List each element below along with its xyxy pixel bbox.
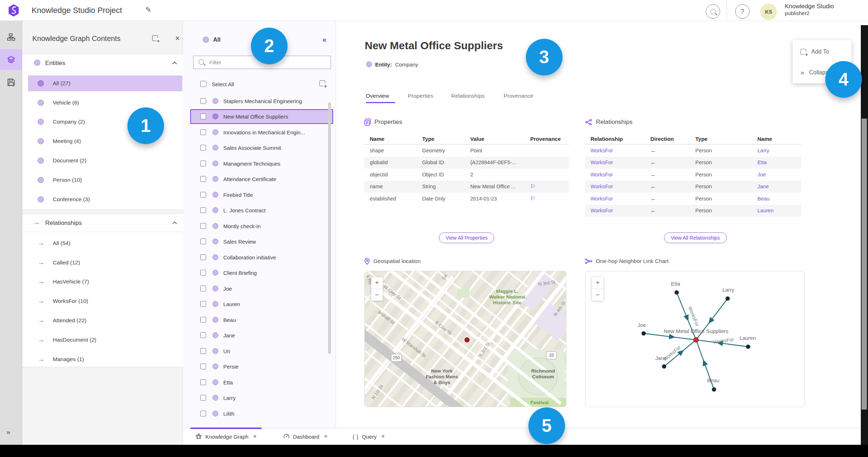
list-item[interactable]: Persie <box>183 359 336 375</box>
relationship-link[interactable]: WorksFor <box>591 196 650 202</box>
sidebar-item-entity-type[interactable]: Document (2) <box>22 151 183 170</box>
view-all-properties-button[interactable]: View All Properties <box>439 232 494 243</box>
save-icon[interactable] <box>0 72 22 93</box>
item-checkbox[interactable] <box>200 286 206 291</box>
right-scrollbar[interactable] <box>861 25 868 457</box>
list-item[interactable]: Firebird Title <box>183 187 336 203</box>
item-checkbox[interactable] <box>200 223 206 229</box>
graph-center-node[interactable] <box>694 338 699 342</box>
scrollbar-thumb[interactable] <box>862 119 867 410</box>
layers-icon[interactable] <box>0 49 22 70</box>
item-checkbox[interactable] <box>200 395 206 401</box>
search-button[interactable] <box>706 4 720 19</box>
relationship-link[interactable]: WorksFor <box>591 148 650 153</box>
sidebar-item-relationship-type[interactable]: →All (54) <box>22 234 183 253</box>
bottom-tab-knowledge-graph[interactable]: Knowledge Graph× <box>190 428 262 445</box>
relationship-link[interactable]: WorksFor <box>591 172 650 177</box>
entities-header[interactable]: Entities <box>22 54 183 72</box>
relationship-link[interactable]: WorksFor <box>591 208 650 213</box>
provenance-flag-icon[interactable]: ⚐ <box>530 183 569 190</box>
relationship-link[interactable]: WorksFor <box>591 184 650 189</box>
graph-node[interactable] <box>675 290 679 295</box>
bottom-tab-query[interactable]: { }Query× <box>347 428 390 445</box>
add-to-map-icon[interactable] <box>319 80 325 88</box>
add-to-map-icon[interactable] <box>152 35 158 42</box>
sidebar-item-relationship-type[interactable]: →Attended (22) <box>22 311 183 330</box>
add-to-button[interactable]: Add To <box>793 45 851 58</box>
sidebar-item-relationship-type[interactable]: →HasVehicle (7) <box>22 272 183 292</box>
sidebar-item-relationship-type[interactable]: →WorksFor (10) <box>22 291 183 311</box>
list-item[interactable]: Uri <box>183 343 336 359</box>
user-info[interactable]: Knowledge Studio publisher2 <box>785 3 834 17</box>
scrollbar-thumb[interactable] <box>328 102 331 354</box>
graph-node[interactable] <box>641 331 646 336</box>
sidebar-item-relationship-type[interactable]: →Manages (1) <box>22 350 183 369</box>
list-item[interactable]: Lilith <box>183 406 336 421</box>
item-checkbox[interactable] <box>200 270 206 276</box>
avatar[interactable]: KS <box>760 4 777 20</box>
zoom-in-button[interactable]: + <box>371 277 383 289</box>
view-all-relationships-button[interactable]: View All Relationships <box>664 232 727 243</box>
item-checkbox[interactable] <box>200 301 206 307</box>
help-button[interactable]: ? <box>735 4 750 19</box>
graph-node[interactable] <box>746 345 750 349</box>
entity-name-link[interactable]: Larry <box>757 148 801 153</box>
list-item[interactable]: Larry <box>183 390 336 406</box>
map-marker[interactable] <box>465 337 470 342</box>
list-item[interactable]: Innovations in Mechanical Engin... <box>183 124 336 140</box>
sidebar-item-relationship-type[interactable]: →Called (12) <box>22 253 183 272</box>
item-checkbox[interactable] <box>200 317 206 323</box>
zoom-in-button[interactable]: + <box>592 277 603 289</box>
expand-rail-icon[interactable]: » <box>6 428 10 436</box>
tab-provenance[interactable]: Provenance <box>504 93 533 99</box>
list-item[interactable]: Beau <box>183 312 336 328</box>
link-chart[interactable]: WorksForWorksForWorksForEttaLarryJoeLaur… <box>585 271 805 407</box>
item-checkbox[interactable] <box>200 114 206 119</box>
list-item[interactable]: Jane <box>183 328 336 343</box>
close-tab-icon[interactable]: × <box>324 433 327 440</box>
sidebar-item-relationship-type[interactable]: →HasDocument (2) <box>22 330 183 350</box>
item-checkbox[interactable] <box>200 98 206 104</box>
close-tab-icon[interactable]: × <box>253 433 257 440</box>
sidebar-item-entity-type[interactable]: Person (10) <box>22 170 183 190</box>
list-item[interactable]: L. Jones Contract <box>183 203 336 218</box>
entity-name-link[interactable]: Joe <box>757 172 801 177</box>
list-item[interactable]: Managment Techniques <box>183 156 336 171</box>
list-item[interactable]: Collaboration initiative <box>183 249 336 265</box>
sidebar-item-entity-type[interactable]: Vehicle (6) <box>22 93 183 112</box>
list-item[interactable]: Montly check-in <box>183 218 336 234</box>
list-item[interactable]: Etta <box>183 374 336 390</box>
close-tab-icon[interactable]: × <box>381 433 385 440</box>
tab-relationships[interactable]: Relationships <box>451 93 485 99</box>
collapse-panel-icon[interactable]: « <box>322 35 327 44</box>
entity-name-link[interactable]: Etta <box>757 160 801 165</box>
chevron-up-icon[interactable] <box>172 61 177 66</box>
item-checkbox[interactable] <box>200 348 206 354</box>
select-all-checkbox[interactable] <box>200 81 206 87</box>
sidebar-item-entity-type[interactable]: All (27) <box>22 74 183 93</box>
schema-icon[interactable] <box>0 27 22 47</box>
bottom-tab-dashboard[interactable]: Dashboard× <box>278 428 332 445</box>
tab-properties[interactable]: Properties <box>408 93 433 99</box>
edit-project-title-icon[interactable]: ✎ <box>145 5 151 14</box>
list-item[interactable]: Client Briefing <box>183 265 336 281</box>
list-item[interactable]: New Metal Office Suppliers <box>183 109 336 125</box>
item-checkbox[interactable] <box>200 145 206 151</box>
item-checkbox[interactable] <box>200 379 206 385</box>
chevron-up-icon[interactable] <box>172 221 177 226</box>
item-checkbox[interactable] <box>200 176 206 182</box>
list-item[interactable]: Sales Associate Summit <box>183 140 336 156</box>
tab-overview[interactable]: Overview <box>366 93 389 99</box>
close-panel-icon[interactable]: × <box>175 34 180 43</box>
relationships-header[interactable]: → Relationships <box>22 214 183 232</box>
map[interactable]: k RdW Clay StSaE Clay Starshall StW Mars… <box>364 271 566 407</box>
graph-node[interactable] <box>712 387 716 392</box>
graph-node[interactable] <box>725 296 730 301</box>
list-item[interactable]: Joe <box>183 281 336 296</box>
zoom-out-button[interactable]: − <box>371 289 383 301</box>
entity-name-link[interactable]: Beau <box>757 196 801 202</box>
zoom-out-button[interactable]: − <box>592 289 603 301</box>
item-checkbox[interactable] <box>200 161 206 166</box>
list-item[interactable]: Sales Review <box>183 234 336 250</box>
entity-name-link[interactable]: Lauren <box>757 208 801 213</box>
